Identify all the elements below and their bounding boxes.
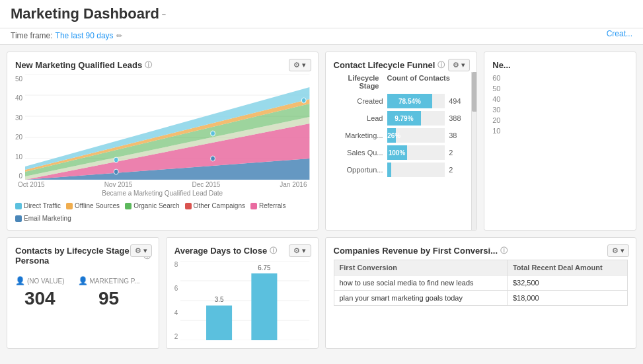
revenue-row1-amount: $32,500 bbox=[507, 275, 627, 291]
funnel-row-salesqu: Sales Qu... 100% 2 bbox=[334, 145, 469, 160]
create-button[interactable]: Creat... bbox=[607, 29, 632, 38]
persona-gear-button[interactable]: ⚙ ▾ bbox=[130, 244, 152, 257]
mqls-title: New Marketing Qualified Leads ⓘ bbox=[15, 60, 310, 70]
timeframe-label: Time frame: bbox=[11, 31, 53, 40]
revenue-row2-conversion: plan your smart marketing goals today bbox=[334, 291, 507, 306]
x-axis-label: Became a Marketing Qualified Lead Date bbox=[15, 190, 310, 197]
svg-rect-23 bbox=[252, 273, 278, 340]
mqls-chart-area: 50403020100 bbox=[15, 74, 310, 197]
funnel-container: Lifecycle Stage Count of Contacts Create… bbox=[334, 74, 469, 180]
mqls-card: New Marketing Qualified Leads ⓘ ⚙ ▾ 5040… bbox=[7, 52, 319, 231]
svg-point-14 bbox=[301, 98, 306, 103]
timeframe-value[interactable]: The last 90 days bbox=[56, 31, 114, 40]
timeframe-bar: Time frame: The last 90 days ✏ bbox=[0, 28, 643, 45]
funnel-row-created: Created 78.54% 494 bbox=[334, 94, 469, 108]
svg-point-12 bbox=[114, 157, 118, 163]
x-ticks: Oct 2015Nov 2015Dec 2015Jan 2016 bbox=[15, 181, 310, 188]
ne-title: Ne... bbox=[492, 60, 628, 70]
legend-organic-search: Organic Search bbox=[125, 202, 179, 209]
dashboard: New Marketing Qualified Leads ⓘ ⚙ ▾ 5040… bbox=[0, 45, 643, 355]
svg-point-13 bbox=[211, 131, 215, 136]
legend-direct-traffic: Direct Traffic bbox=[15, 202, 61, 209]
avg-days-card: Average Days to Close ⓘ ⚙ ▾ 8642 bbox=[166, 237, 319, 349]
funnel-row-opportun: Opportun... 2 bbox=[334, 163, 469, 177]
funnel-header: Lifecycle Stage Count of Contacts bbox=[334, 74, 469, 90]
funnel-card: Contact Lifecycle Funnel ⓘ ⚙ ▾ Lifecycle… bbox=[325, 52, 478, 231]
revenue-col-amount: Total Recent Deal Amount bbox=[507, 260, 627, 275]
page-title: Marketing Dashboard bbox=[11, 5, 159, 22]
funnel-row-marketing: Marketing... 5.26% 38 bbox=[334, 128, 469, 143]
revenue-row1-conversion: how to use social media to find new lead… bbox=[334, 275, 507, 291]
page-header: Marketing Dashboard - Creat... bbox=[0, 0, 643, 28]
legend-email-marketing: Email Marketing bbox=[15, 215, 71, 222]
persona-noval-value: 304 bbox=[15, 288, 65, 309]
svg-rect-22 bbox=[206, 306, 232, 341]
revenue-row2-amount: $18,000 bbox=[507, 291, 627, 306]
legend-other-campaigns: Other Campaigns bbox=[185, 202, 245, 209]
svg-point-16 bbox=[211, 156, 215, 161]
legend-referrals: Referrals bbox=[250, 202, 286, 209]
revenue-table: First Conversion Total Recent Deal Amoun… bbox=[334, 260, 628, 306]
revenue-info-icon[interactable]: ⓘ bbox=[500, 246, 508, 256]
funnel-info-icon[interactable]: ⓘ bbox=[437, 60, 445, 70]
persona-item-marketing: 👤 MARKETING P... 95 bbox=[78, 276, 140, 309]
table-row: plan your smart marketing goals today $1… bbox=[334, 291, 628, 306]
avg-days-info-icon[interactable]: ⓘ bbox=[270, 246, 277, 256]
mqls-gear-button[interactable]: ⚙ ▾ bbox=[289, 59, 311, 71]
persona-item-noval: 👤 (NO VALUE) 304 bbox=[15, 276, 65, 309]
svg-text:6.75: 6.75 bbox=[258, 264, 271, 272]
persona-grid: 👤 (NO VALUE) 304 👤 MARKETING P... 95 bbox=[15, 276, 151, 309]
companies-revenue-card: Companies Revenue by First Conversi... ⓘ… bbox=[325, 237, 637, 349]
title-dash: - bbox=[161, 5, 166, 22]
funnel-row-lead: Lead 9.79% 388 bbox=[334, 111, 469, 126]
mqls-legend: Direct Traffic Offline Sources Organic S… bbox=[15, 202, 310, 222]
pencil-icon[interactable]: ✏ bbox=[116, 32, 122, 40]
revenue-gear-button[interactable]: ⚙ ▾ bbox=[607, 244, 629, 257]
svg-point-15 bbox=[114, 169, 118, 174]
mqls-info-icon[interactable]: ⓘ bbox=[145, 60, 152, 70]
funnel-gear-button[interactable]: ⚙ ▾ bbox=[448, 59, 470, 71]
funnel-scrollbar[interactable] bbox=[471, 72, 476, 230]
ne-card: Ne... 60 50 40 30 20 10 bbox=[484, 52, 636, 231]
svg-text:3.5: 3.5 bbox=[215, 296, 224, 303]
persona-marketing-icon: 👤 bbox=[78, 276, 88, 285]
persona-noval-icon: 👤 bbox=[15, 276, 25, 285]
persona-marketing-value: 95 bbox=[78, 288, 140, 309]
table-row: how to use social media to find new lead… bbox=[334, 275, 628, 291]
revenue-title: Companies Revenue by First Conversi... ⓘ bbox=[334, 246, 628, 256]
persona-card: Contacts by Lifecycle Stage & Persona ⓘ … bbox=[7, 237, 159, 349]
legend-offline-sources: Offline Sources bbox=[66, 202, 120, 209]
avg-days-gear-button[interactable]: ⚙ ▾ bbox=[289, 244, 311, 257]
revenue-col-conversion: First Conversion bbox=[334, 260, 507, 275]
